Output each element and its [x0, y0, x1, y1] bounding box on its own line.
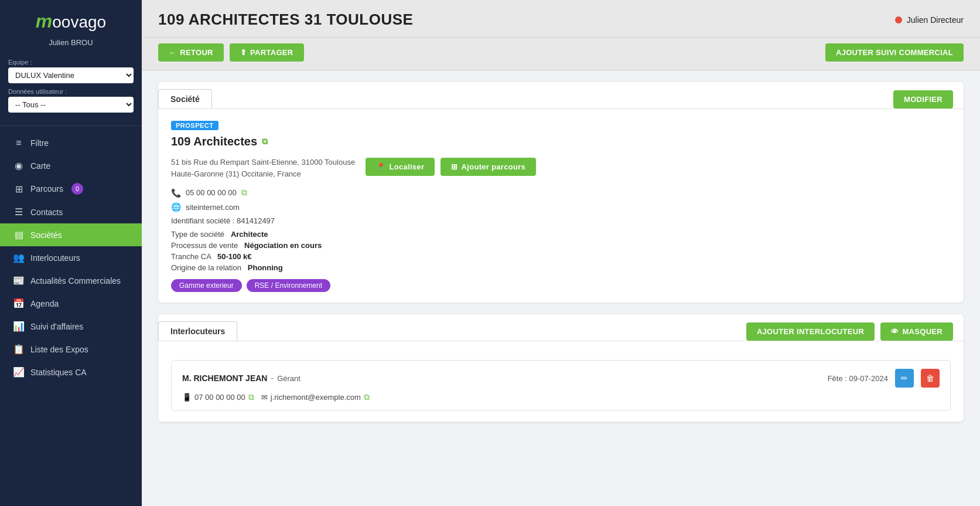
phone-icon: 📞 — [171, 188, 181, 198]
interlocuteur-role: Gérant — [277, 374, 301, 383]
ajouter-suivi-button[interactable]: AJOUTER SUIVI COMMERCIAL — [825, 43, 964, 62]
mail-icon: ✉ — [261, 393, 268, 402]
sidebar-item-agenda[interactable]: 📅 Agenda — [0, 292, 142, 315]
sidebar-item-label: Sociétés — [30, 230, 62, 240]
modifier-button[interactable]: MODIFIER — [893, 90, 953, 108]
sidebar-item-stats[interactable]: 📈 Statistiques CA — [0, 361, 142, 383]
equipe-label: Equipe : — [8, 59, 134, 66]
news-icon: 📰 — [13, 275, 25, 286]
header-right: Julien Directeur — [895, 15, 964, 25]
sidebar-item-carte[interactable]: ◉ Carte — [0, 154, 142, 177]
sidebar: moovago Julien BROU Equipe : DULUX Valen… — [0, 0, 142, 506]
website-row: 🌐 siteinternet.com — [171, 202, 951, 212]
ajouter-interlocuteur-button[interactable]: AJOUTER INTERLOCUTEUR — [746, 322, 875, 341]
route-icon2: ⊞ — [451, 162, 457, 171]
equipe-select[interactable]: DULUX Valentine — [8, 67, 134, 83]
sidebar-item-interlocuteurs[interactable]: 👥 Interlocuteurs — [0, 246, 142, 269]
globe-icon: 🌐 — [171, 202, 181, 212]
route-icon: ⊞ — [13, 184, 25, 195]
retour-button[interactable]: ← RETOUR — [158, 43, 224, 62]
sidebar-item-label: Filtre — [30, 138, 49, 148]
interlocuteur-identity: M. RICHEMONT JEAN - Gérant — [182, 373, 301, 383]
stats-icon: 📈 — [13, 366, 25, 378]
sidebar-item-label: Interlocuteurs — [30, 253, 80, 263]
tag-1: RSE / Environnement — [247, 279, 330, 292]
agenda-icon: 📅 — [13, 298, 25, 309]
app-logo: moovago — [36, 11, 106, 32]
location-icon: 📍 — [376, 162, 385, 171]
sidebar-item-label: Suivi d'affaires — [30, 322, 83, 331]
sidebar-item-parcours[interactable]: ⊞ Parcours 0 — [0, 177, 142, 201]
address-row: 51 bis Rue du Rempart Saint-Etienne, 310… — [171, 157, 951, 179]
main-header: 109 ARCHITECTES 31 TOULOUSE Julien Direc… — [142, 0, 980, 38]
sidebar-item-label: Carte — [30, 161, 50, 171]
copy-email-icon[interactable]: ⧉ — [364, 392, 370, 402]
interlocuteurs-tab[interactable]: Interlocuteurs — [158, 321, 237, 341]
interlocuteur-name: M. RICHEMONT JEAN — [182, 373, 267, 383]
sidebar-item-label: Actualités Commerciales — [30, 276, 121, 286]
suivi-icon: 📊 — [13, 321, 25, 332]
masquer-button[interactable]: 👁 MASQUER — [880, 322, 953, 341]
sidebar-item-filtre[interactable]: ≡ Filtre — [0, 132, 142, 154]
sidebar-username: Julien BROU — [0, 38, 142, 55]
map-icon: ◉ — [13, 160, 25, 171]
address-line2: Haute-Garonne (31) Occitanie, France — [171, 168, 355, 180]
toolbar-right: AJOUTER SUIVI COMMERCIAL — [825, 43, 964, 62]
fete-date: Fête : 09-07-2024 — [828, 374, 888, 383]
type-row: Type de société Architecte — [171, 230, 951, 239]
logo-area: moovago — [0, 0, 142, 38]
interlocuteur-actions-right: Fête : 09-07-2024 ✏ 🗑 — [828, 369, 940, 388]
phone-number: 05 00 00 00 00 — [186, 188, 237, 197]
ajouter-parcours-button[interactable]: ⊞ Ajouter parcours — [441, 158, 536, 176]
sidebar-item-actualites[interactable]: 📰 Actualités Commerciales — [0, 269, 142, 292]
sidebar-item-label: Contacts — [30, 208, 63, 217]
sidebar-item-label: Agenda — [30, 299, 59, 308]
address-info: 51 bis Rue du Rempart Saint-Etienne, 310… — [171, 157, 355, 179]
interlocuteurs-icon: 👥 — [13, 252, 25, 263]
societe-tab[interactable]: Société — [158, 89, 212, 108]
localiser-button[interactable]: 📍 Localiser — [366, 158, 435, 176]
societe-card: Société MODIFIER PROSPECT 109 Architecte… — [158, 82, 964, 303]
address-actions: 📍 Localiser ⊞ Ajouter parcours — [366, 158, 536, 176]
delete-interlocuteur-button[interactable]: 🗑 — [921, 369, 940, 388]
mobile-icon: 📱 — [182, 393, 192, 402]
partager-button[interactable]: ⬆ PARTAGER — [230, 43, 304, 62]
interlocuteur-header: M. RICHEMONT JEAN - Gérant Fête : 09-07-… — [182, 369, 940, 388]
separator: - — [271, 373, 274, 383]
societes-icon: ▤ — [13, 229, 25, 240]
copy-mobile-icon[interactable]: ⧉ — [248, 392, 254, 402]
expos-icon: 📋 — [13, 344, 25, 355]
interlocuteur-contact: 📱 07 00 00 00 00 ⧉ ✉ j.richemont@exemple… — [182, 392, 940, 402]
sidebar-item-suivi[interactable]: 📊 Suivi d'affaires — [0, 315, 142, 338]
identifiant-text: Identifiant société : 841412497 — [171, 216, 275, 225]
sidebar-item-label: Liste des Expos — [30, 345, 88, 354]
tag-0: Gamme exterieur — [171, 279, 242, 292]
address-line1: 51 bis Rue du Rempart Saint-Etienne, 310… — [171, 157, 355, 168]
donnees-select[interactable]: -- Tous -- — [8, 97, 134, 113]
copy-name-icon[interactable]: ⧉ — [262, 137, 268, 147]
parcours-badge: 0 — [71, 183, 83, 195]
copy-phone-icon[interactable]: ⧉ — [241, 188, 247, 198]
interlocuteurs-card-body: M. RICHEMONT JEAN - Gérant Fête : 09-07-… — [158, 341, 964, 422]
arrow-left-icon: ← — [169, 48, 176, 57]
sidebar-item-expos[interactable]: 📋 Liste des Expos — [0, 338, 142, 361]
prospect-badge: PROSPECT — [171, 121, 218, 130]
sidebar-item-societes[interactable]: ▤ Sociétés — [0, 223, 142, 246]
status-dot — [895, 16, 902, 23]
share-icon: ⬆ — [240, 48, 247, 57]
contacts-icon: ☰ — [13, 206, 25, 218]
delete-icon: 🗑 — [926, 373, 934, 383]
sidebar-item-contacts[interactable]: ☰ Contacts — [0, 201, 142, 223]
main-content: Société MODIFIER PROSPECT 109 Architecte… — [142, 70, 980, 506]
tags-area: Gamme exterieur RSE / Environnement — [171, 279, 951, 292]
identifiant-row: Identifiant société : 841412497 — [171, 216, 951, 225]
email-value: j.richemont@exemple.com — [271, 393, 361, 402]
contact-email: ✉ j.richemont@exemple.com ⧉ — [261, 392, 370, 402]
tranche-row: Tranche CA 50-100 k€ — [171, 252, 951, 261]
donnees-label: Données utilisateur : — [8, 88, 134, 95]
edit-interlocuteur-button[interactable]: ✏ — [895, 369, 914, 388]
toolbar: ← RETOUR ⬆ PARTAGER AJOUTER SUIVI COMMER… — [142, 38, 980, 70]
societe-card-body: PROSPECT 109 Architectes ⧉ 51 bis Rue du… — [158, 109, 964, 303]
company-name: 109 Architectes ⧉ — [171, 135, 951, 148]
phone-value: 07 00 00 00 00 — [194, 393, 245, 402]
